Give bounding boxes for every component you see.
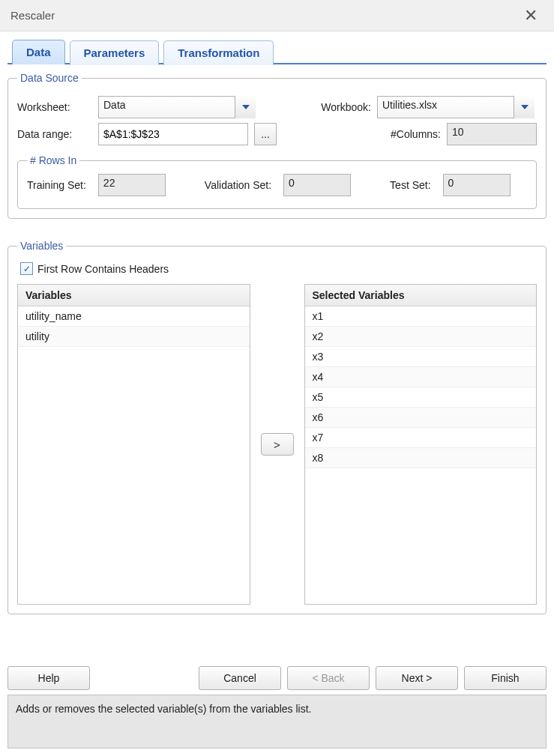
tab-transformation[interactable]: Transformation — [163, 40, 274, 65]
selected-variables-header: Selected Variables — [305, 285, 537, 306]
tab-bar: Data Parameters Transformation — [7, 39, 547, 64]
workbook-select[interactable]: Utilities.xlsx — [377, 96, 535, 118]
checkbox-first-row-headers[interactable]: ✓ — [20, 262, 33, 275]
training-value: 22 — [98, 174, 166, 196]
training-label: Training Set: — [27, 179, 86, 191]
finish-button[interactable]: Finish — [464, 666, 547, 690]
rescaler-window: Rescaler ✕ Data Parameters Transformatio… — [0, 0, 554, 756]
columns-value: 10 — [447, 123, 537, 145]
list-item[interactable]: x4 — [305, 367, 537, 387]
workbook-label: Workbook: — [296, 101, 371, 113]
tab-data[interactable]: Data — [12, 40, 65, 64]
columns-label: #Columns: — [366, 128, 441, 140]
test-value: 0 — [443, 174, 511, 196]
hint-text: Adds or removes the selected variable(s)… — [7, 695, 547, 749]
window-title: Rescaler — [10, 9, 55, 22]
range-picker-button[interactable]: ... — [254, 123, 277, 145]
fieldset-data-source: Data Source Worksheet: Data Workbook: Ut… — [7, 72, 547, 219]
list-item[interactable]: x8 — [305, 448, 537, 468]
list-item[interactable]: x7 — [305, 428, 537, 448]
help-button[interactable]: Help — [7, 666, 90, 690]
worksheet-label: Worksheet: — [17, 101, 92, 113]
list-item[interactable]: x6 — [305, 408, 537, 428]
datarange-label: Data range: — [17, 128, 92, 140]
selected-variables-list[interactable]: Selected Variables x1x2x3x4x5x6x7x8 — [304, 284, 538, 605]
list-item[interactable]: utility_name — [18, 306, 250, 327]
list-item[interactable]: x2 — [305, 327, 537, 347]
list-item[interactable]: utility — [18, 327, 250, 347]
content-area: Data Parameters Transformation Data Sour… — [0, 31, 554, 756]
close-icon[interactable]: ✕ — [518, 4, 544, 27]
fieldset-rows-in: # Rows In Training Set: 22 Validation Se… — [17, 154, 537, 209]
tab-parameters[interactable]: Parameters — [70, 40, 160, 65]
back-button[interactable]: < Back — [287, 666, 370, 690]
fieldset-variables: Variables ✓ First Row Contains Headers V… — [7, 240, 547, 614]
validation-label: Validation Set: — [205, 179, 271, 191]
worksheet-select[interactable]: Data — [98, 96, 256, 118]
legend-data-source: Data Source — [17, 72, 82, 84]
test-label: Test Set: — [390, 179, 430, 191]
bottom-button-bar: Help Cancel < Back Next > Finish — [7, 666, 547, 690]
cancel-button[interactable]: Cancel — [199, 666, 281, 690]
datarange-input[interactable] — [98, 123, 248, 145]
titlebar: Rescaler ✕ — [0, 0, 554, 31]
validation-value: 0 — [283, 174, 351, 196]
available-variables-header: Variables — [18, 285, 250, 306]
list-item[interactable]: x5 — [305, 387, 537, 408]
legend-rows-in: # Rows In — [27, 154, 79, 166]
next-button[interactable]: Next > — [376, 666, 458, 690]
legend-variables: Variables — [17, 240, 66, 252]
list-item[interactable]: x3 — [305, 347, 537, 367]
move-button[interactable]: > — [261, 433, 294, 456]
list-item[interactable]: x1 — [305, 306, 537, 327]
first-row-headers-label: First Row Contains Headers — [37, 263, 169, 275]
available-variables-list[interactable]: Variables utility_nameutility — [17, 284, 250, 605]
